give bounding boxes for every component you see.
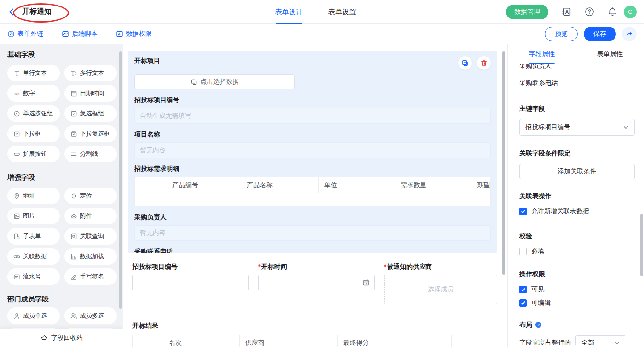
member-select-box[interactable]: 选择成员 [384,275,497,304]
number-icon: 123 [13,90,20,97]
field-item-label: 单行文本 [23,69,47,77]
toolbar-links: 表单外链后端脚本数据权限 [7,30,152,38]
field-item-rel-query[interactable]: 关联查询 [64,228,117,245]
block-field-input: 自动生成无需填写 [134,108,491,124]
required-label: 必填 [531,247,544,256]
header-tab-inactive[interactable]: 表单设置 [328,0,356,24]
canvas-field-label: 招投标项目编号 [132,262,249,271]
select-data-button[interactable]: 点击选择数据 [134,74,295,89]
layout-label: 布局 [519,320,532,329]
question-circle-icon[interactable]: ? [535,321,542,328]
table-header-cell: 名次 [163,335,240,347]
selected-field-block[interactable]: 开标项目 点击选择数据 招投标项目编号自动生成无需填写项目名称暂无内容 [128,51,497,253]
required-asterisk: * [384,263,386,270]
field-item-radio-group[interactable]: 单选按钮组 [7,105,60,122]
field-item-address[interactable]: 地址 [7,188,60,204]
data-manage-button[interactable]: 数据管理 [506,5,548,19]
allow-add-relation-label: 允许新增关联表数据 [531,207,589,216]
field-item-label: 成员单选 [23,312,47,320]
panel-tab-inactive[interactable]: 表单属性 [576,44,644,64]
canvas-field-date[interactable]: *开标时间 [258,262,374,304]
contact-book-icon[interactable] [562,7,571,17]
canvas-field-input[interactable]: 招投标项目编号 [132,262,249,304]
signature-icon [70,273,77,280]
field-width-select[interactable]: 全部 [575,335,626,345]
panel-scrollbar[interactable] [640,214,643,276]
panel-tab-active[interactable]: 字段属性 [508,44,576,64]
field-item-number[interactable]: 123数字 [7,85,60,102]
field-item-multi-select[interactable]: 下拉复选框 [64,125,117,142]
delete-field-button[interactable] [477,56,491,70]
required-checkbox[interactable] [519,248,527,255]
field-item-subform[interactable]: 子表单 [7,228,60,245]
form-field-row: 招投标项目编号*开标时间*被通知的供应商选择成员 [128,262,497,304]
editable-label: 可编辑 [531,299,551,307]
detail-table: 产品编号产品名称单位需求数量期望到货时 [134,177,491,206]
serial-icon [13,273,20,280]
svg-text:?: ? [537,322,540,327]
field-item-data-load[interactable]: 数据加载 [64,248,117,265]
field-item-serial[interactable]: 流水号 [7,268,60,285]
field-item-ext-button[interactable]: 扩展按钮 [7,146,60,162]
editable-checkbox[interactable] [519,299,527,307]
canvas-field-member[interactable]: *被通知的供应商选择成员 [384,262,497,304]
add-condition-button[interactable]: 添加关联条件 [519,164,635,179]
preview-button[interactable]: 预览 [545,27,578,41]
sidebar-section-grid: 单行文本多行文本123数字日期时间单选按钮组复选框组下拉框下拉复选框扩展按钮分割… [7,65,117,162]
block-field[interactable]: 招投标项目编号自动生成无需填写 [134,95,491,124]
table-header-cell: 产品编号 [167,177,242,193]
text-input[interactable] [132,275,249,290]
field-item-image[interactable]: 图片 [7,208,60,224]
back-icon[interactable] [7,8,16,16]
copy-field-button[interactable] [458,56,472,70]
form-title-wrap[interactable]: 开标通知 [19,6,54,17]
field-item-member-multi[interactable]: 成员多选 [64,307,117,324]
field-item-single-text[interactable]: 单行文本 [7,65,60,81]
block-field[interactable]: 项目名称暂无内容 [134,130,491,158]
header-tab-active[interactable]: 表单设计 [275,0,303,24]
field-item-divider[interactable]: 分割线 [64,146,117,162]
field-item-member-single[interactable]: 成员单选 [7,307,60,324]
share-button[interactable] [622,27,637,41]
bell-icon[interactable] [608,7,617,17]
svg-text:123: 123 [14,92,20,95]
field-item-checkbox-group[interactable]: 复选框组 [64,105,117,122]
field-recycle-button[interactable]: 字段回收站 [0,329,123,347]
help-icon[interactable] [585,7,594,17]
table-header-row: 产品编号产品名称单位需求数量期望到货时 [135,177,490,193]
toolbar-link[interactable]: 表单外链 [7,30,43,38]
field-item-label: 定位 [80,192,92,200]
date-input[interactable] [258,275,374,290]
sidebar-scrollbar[interactable] [119,51,122,309]
primary-key-select[interactable]: 招投标项目编号 [519,119,635,136]
visible-checkbox[interactable] [519,286,527,293]
allow-add-relation-checkbox[interactable] [519,208,527,215]
sidebar-section-grid: 地址定位图片附件子表单关联查询关联数据数据加载流水号手写签名 [7,188,117,285]
field-item-locate[interactable]: 定位 [64,188,117,204]
canvas-scrollbar[interactable] [502,51,505,275]
field-item-rel-data[interactable]: 关联数据 [7,248,60,265]
trash-icon [480,59,488,67]
select-data-icon [190,79,197,85]
toolbar-link[interactable]: 后端脚本 [62,30,98,38]
save-button[interactable]: 保存 [584,27,616,41]
app-root: 开标通知 表单设计表单设置 数据管理 C 表单外链后端脚本数据权限 预览 保存 [0,0,644,347]
result-section: 开标结果 名次供应商最终得分 [128,321,497,347]
avatar[interactable]: C [624,6,637,18]
block-field[interactable]: 采购负责人暂无内容 [134,212,491,241]
block-field[interactable]: 采购联系电话暂无内容 [134,247,491,253]
field-item-select[interactable]: 下拉框 [7,125,60,142]
field-item-label: 单选按钮组 [23,109,53,118]
data-permission-icon [116,30,123,38]
related-field-item[interactable]: 采购负责人 [519,64,635,70]
secondary-toolbar: 表单外链后端脚本数据权限 预览 保存 [0,24,644,44]
field-item-signature[interactable]: 手写签名 [64,268,117,285]
field-item-datetime[interactable]: 日期时间 [64,85,117,102]
toolbar-link[interactable]: 数据权限 [116,30,152,38]
field-item-attachment[interactable]: 附件 [64,208,117,224]
subform-icon [13,233,20,240]
block-field-label: 项目名称 [134,130,491,139]
relation-ops-label: 关联表操作 [519,191,635,200]
related-field-item[interactable]: 采购联系电话 [519,78,635,87]
field-item-multi-text[interactable]: 多行文本 [64,65,117,81]
